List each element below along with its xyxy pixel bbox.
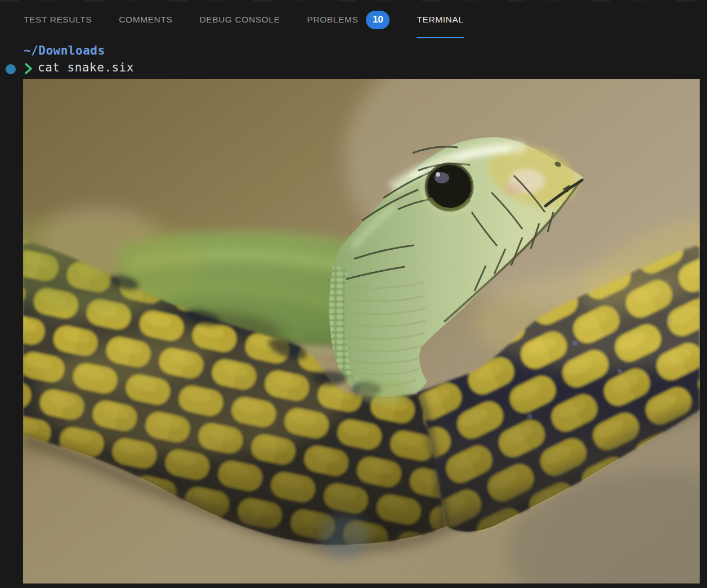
tab-problems[interactable]: PROBLEMS 10	[307, 1, 390, 38]
tab-label: TEST RESULTS	[24, 15, 92, 25]
terminal-body[interactable]: ~/Downloads cat snake.six Inline sixel p…	[0, 38, 707, 588]
terminal-cwd: ~/Downloads	[24, 44, 105, 57]
tab-label: TERMINAL	[417, 15, 463, 25]
tab-label: COMMENTS	[119, 15, 172, 25]
terminal-command: cat snake.six	[38, 61, 134, 74]
tab-label: PROBLEMS	[307, 15, 358, 25]
tab-comments[interactable]: COMMENTS	[119, 1, 172, 38]
terminal-sixel-image-snake: Inline sixel photo: pale-green snake hea…	[23, 79, 700, 583]
tab-debug-console[interactable]: DEBUG CONSOLE	[199, 1, 280, 38]
tab-label: DEBUG CONSOLE	[199, 15, 280, 25]
tab-terminal[interactable]: TERMINAL	[417, 1, 463, 38]
panel-tab-bar: TEST RESULTS COMMENTS DEBUG CONSOLE PROB…	[0, 1, 707, 38]
problems-count-badge: 10	[366, 11, 390, 29]
tab-test-results[interactable]: TEST RESULTS	[24, 1, 92, 38]
prompt-chevron-icon	[23, 62, 34, 78]
command-decoration-dot-icon	[6, 64, 16, 74]
